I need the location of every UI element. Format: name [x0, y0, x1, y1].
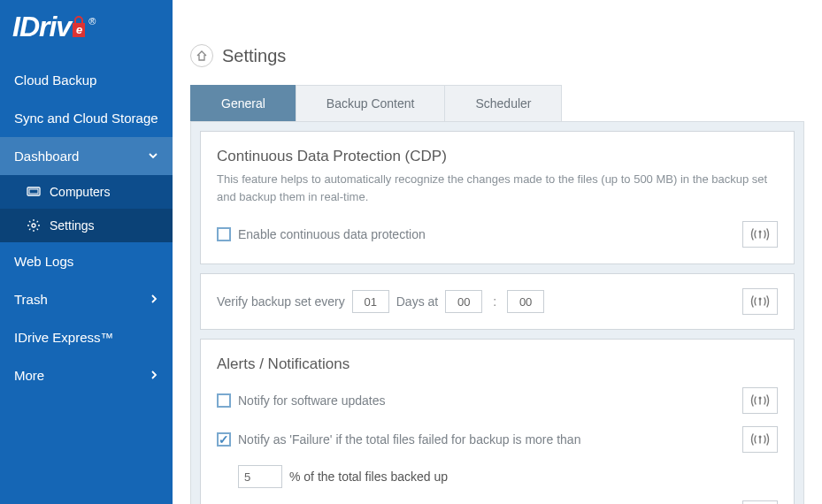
chevron-down-icon	[148, 149, 158, 164]
sidebar-subitem-settings[interactable]: Settings	[0, 209, 173, 242]
computers-icon	[27, 185, 41, 199]
notify-updates-checkbox[interactable]	[217, 393, 231, 408]
svg-text:e: e	[76, 23, 82, 36]
page-title: Settings	[222, 46, 286, 66]
sidebar-subitem-label: Computers	[50, 185, 110, 199]
tab-scheduler[interactable]: Scheduler	[444, 85, 562, 121]
broadcast-button[interactable]	[742, 288, 778, 315]
time-colon: :	[493, 294, 496, 309]
lock-icon: e	[69, 16, 88, 39]
cdp-description: This feature helps to automatically reco…	[217, 171, 778, 205]
sidebar-sub-dashboard: Computers Settings	[0, 175, 173, 242]
logo: IDrive®	[12, 11, 95, 42]
sidebar-item-web-logs[interactable]: Web Logs	[0, 242, 173, 280]
verify-minutes-input[interactable]	[507, 290, 544, 313]
svg-point-6	[759, 397, 762, 400]
sidebar-subitem-label: Settings	[50, 218, 95, 233]
notify-failure-failed-checkbox[interactable]	[217, 432, 231, 447]
main-content: Settings General Backup Content Schedule…	[173, 0, 822, 504]
sidebar-item-label: IDrive Express™	[14, 330, 114, 345]
trademark-icon: ®	[88, 16, 95, 27]
logo-lock-e: e	[71, 11, 87, 43]
broadcast-icon	[750, 294, 770, 309]
sidebar-item-trash[interactable]: Trash	[0, 280, 173, 318]
broadcast-icon	[750, 431, 770, 447]
logo-area: IDrive®	[0, 0, 173, 61]
failure-pct-input[interactable]	[238, 465, 282, 488]
sidebar-item-dashboard[interactable]: Dashboard	[0, 137, 173, 175]
sidebar-subitem-computers[interactable]: Computers	[0, 175, 173, 209]
sidebar-item-label: Cloud Backup	[14, 73, 96, 88]
cdp-panel: Continuous Data Protection (CDP) This fe…	[200, 131, 795, 264]
svg-point-4	[759, 231, 762, 233]
broadcast-button[interactable]	[742, 426, 778, 453]
cdp-enable-checkbox[interactable]	[217, 227, 231, 241]
logo-text: IDriv	[12, 11, 71, 42]
broadcast-icon	[750, 393, 770, 409]
verify-hours-input[interactable]	[445, 290, 482, 313]
page-header: Settings	[190, 44, 804, 67]
broadcast-button[interactable]	[742, 387, 778, 414]
sidebar-item-label: Dashboard	[14, 149, 79, 164]
tab-general[interactable]: General	[190, 85, 296, 121]
sidebar-item-express[interactable]: IDrive Express™	[0, 318, 173, 356]
sidebar-item-sync[interactable]: Sync and Cloud Storage	[0, 99, 173, 137]
svg-rect-2	[29, 189, 38, 194]
verify-mid-label: Days at	[396, 294, 438, 309]
alerts-panel: Alerts / Notifications Notify for softwa…	[200, 339, 795, 504]
sidebar-item-label: Trash	[14, 292, 48, 307]
sidebar-item-label: Sync and Cloud Storage	[14, 111, 158, 126]
verify-prefix-label: Verify backup set every	[217, 294, 345, 309]
notify-failure-failed-label: Notify as 'Failure' if the total files f…	[238, 432, 580, 447]
cdp-heading: Continuous Data Protection (CDP)	[217, 148, 778, 165]
chevron-right-icon	[150, 293, 158, 307]
sidebar-item-label: Web Logs	[14, 254, 73, 269]
broadcast-icon	[750, 226, 770, 242]
verify-panel: Verify backup set every Days at :	[200, 273, 795, 330]
alerts-heading: Alerts / Notifications	[217, 355, 778, 373]
broadcast-button[interactable]	[742, 500, 778, 504]
sidebar-item-cloud-backup[interactable]: Cloud Backup	[0, 61, 173, 99]
sidebar-item-more[interactable]: More	[0, 356, 173, 394]
failure-pct-suffix: % of the total files backed up	[289, 470, 448, 484]
home-icon[interactable]	[190, 44, 213, 67]
svg-point-3	[32, 224, 35, 227]
gear-icon	[27, 218, 41, 233]
cdp-enable-label: Enable continuous data protection	[238, 227, 426, 241]
tab-backup-content[interactable]: Backup Content	[296, 85, 446, 121]
sidebar: IDrive® Cloud Backup Sync and Cloud Stor…	[0, 0, 173, 504]
svg-point-7	[759, 436, 762, 439]
settings-content: Continuous Data Protection (CDP) This fe…	[190, 122, 804, 504]
notify-updates-label: Notify for software updates	[238, 393, 386, 408]
verify-days-input[interactable]	[352, 290, 389, 313]
broadcast-button[interactable]	[742, 221, 778, 248]
chevron-right-icon	[150, 369, 158, 383]
sidebar-item-label: More	[14, 368, 44, 383]
svg-point-5	[759, 298, 762, 301]
tabs: General Backup Content Scheduler	[190, 85, 804, 122]
